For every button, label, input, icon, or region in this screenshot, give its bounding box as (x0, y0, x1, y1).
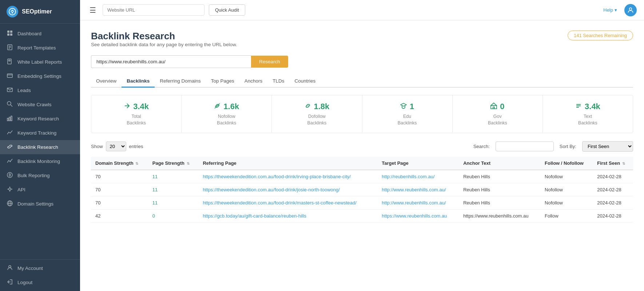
referring-page-cell[interactable]: https://theweekendedition.com.au/food-dr… (198, 183, 377, 196)
target-page-link[interactable]: http://reubenhills.com.au/ (382, 174, 434, 179)
url-input[interactable] (91, 55, 251, 68)
target-page-link[interactable]: http://www.reubenhills.com.au/ (382, 200, 446, 206)
stat-label: TotalBacklinks (97, 113, 175, 126)
tab-referring-domains[interactable]: Referring Domains (155, 75, 206, 88)
table-search-input[interactable] (496, 141, 554, 151)
stat-edu-backlinks: 1 EduBacklinks (362, 95, 453, 133)
sidebar-item-api[interactable]: API (0, 183, 80, 197)
svg-point-22 (9, 188, 11, 190)
target-page-link[interactable]: https://www.reubenhills.com.au (382, 213, 447, 219)
domain-strength-cell: 70 (91, 196, 148, 210)
referring-page-cell[interactable]: https://gcb.today/au/gift-card-balance/r… (198, 210, 377, 223)
sidebar-item-leads[interactable]: Leads (0, 83, 80, 97)
page-strength-cell[interactable]: 11 (148, 196, 199, 210)
tab-backlinks[interactable]: Backlinks (122, 75, 155, 88)
sidebar-item-dashboard[interactable]: Dashboard (0, 27, 80, 41)
research-button[interactable]: Research (251, 56, 288, 68)
report-templates-icon (7, 44, 13, 51)
target-page-cell[interactable]: http://www.reubenhills.com.au/ (377, 196, 459, 210)
page-subtitle: See detailed backlink data for any page … (91, 42, 237, 47)
api-icon (7, 186, 13, 193)
sidebar-item-white-label-reports[interactable]: White Label Reports (0, 55, 80, 69)
svg-marker-35 (491, 103, 497, 105)
target-page-cell[interactable]: http://www.reubenhills.com.au/ (377, 183, 459, 196)
leads-icon (7, 87, 13, 94)
sidebar-item-keyword-research[interactable]: Keyword Research (0, 112, 80, 126)
tab-top-pages[interactable]: Top Pages (206, 75, 239, 88)
sidebar-item-embedding-settings[interactable]: Embedding Settings (0, 69, 80, 83)
referring-page-link[interactable]: https://theweekendedition.com.au/food-dr… (203, 187, 340, 192)
svg-rect-17 (7, 118, 8, 121)
help-dropdown[interactable]: Help ▾ (603, 7, 617, 13)
page-strength-cell[interactable]: 11 (148, 183, 199, 196)
referring-page-cell[interactable]: https://theweekendedition.com.au/food-dr… (198, 170, 377, 183)
stat-label: DofollowBacklinks (278, 113, 356, 126)
page-strength-cell[interactable]: 0 (148, 210, 199, 223)
sidebar-item-label: White Label Reports (17, 59, 62, 65)
sidebar-item-my-account[interactable]: My Account (0, 261, 80, 275)
target-page-cell[interactable]: https://www.reubenhills.com.au (377, 210, 459, 223)
quick-audit-button[interactable]: Quick Audit (209, 4, 245, 16)
topbar-url-input[interactable] (103, 4, 204, 16)
show-entries-control: Show 102050100 entries (91, 141, 143, 151)
sidebar-item-label: Report Templates (17, 45, 56, 51)
sidebar-item-label: Backlink Research (17, 144, 58, 150)
col-anchor-text: Anchor Text (459, 157, 540, 170)
sidebar-item-logout[interactable]: Logout (0, 275, 80, 290)
sidebar-item-report-templates[interactable]: Report Templates (0, 41, 80, 55)
sidebar-item-label: Bulk Reporting (17, 173, 50, 178)
follow-cell: Follow (540, 210, 593, 223)
tab-countries[interactable]: Countries (289, 75, 321, 88)
search-label: Search: (473, 144, 490, 149)
sidebar-item-backlink-monitoring[interactable]: Backlink Monitoring (0, 154, 80, 168)
url-form: Research (91, 55, 633, 68)
target-page-link[interactable]: http://www.reubenhills.com.au/ (382, 187, 446, 192)
sidebar-item-bulk-reporting[interactable]: Bulk Reporting (0, 168, 80, 183)
page-strength-cell[interactable]: 11 (148, 170, 199, 183)
keyword-tracking-icon (7, 129, 13, 136)
entries-select[interactable]: 102050100 (106, 141, 126, 151)
svg-rect-19 (11, 116, 12, 121)
svg-point-30 (9, 266, 11, 268)
sidebar-item-backlink-research[interactable]: Backlink Research (0, 140, 80, 154)
col-page-strength[interactable]: Page Strength ⇅ (148, 157, 199, 170)
anchor-text-cell: Reuben Hills (459, 196, 540, 210)
svg-rect-5 (10, 33, 12, 36)
sidebar-item-label: Domain Settings (17, 201, 53, 207)
follow-cell: Nofollow (540, 170, 593, 183)
tab-overview[interactable]: Overview (91, 75, 122, 88)
referring-page-cell[interactable]: https://theweekendedition.com.au/food-dr… (198, 196, 377, 210)
sidebar-item-label: Keyword Research (17, 116, 59, 121)
sidebar-item-website-crawls[interactable]: Website Crawls (0, 97, 80, 112)
keyword-research-icon (7, 115, 13, 122)
table-row: 70 11 https://theweekendedition.com.au/f… (91, 196, 633, 210)
stat-nofollow-backlinks: 1.6k NofollowBacklinks (182, 95, 272, 133)
hamburger-icon[interactable]: ☰ (87, 4, 98, 16)
user-avatar[interactable] (624, 4, 637, 16)
logo-icon (7, 6, 18, 17)
col-target-page: Target Page (377, 157, 459, 170)
referring-page-link[interactable]: https://gcb.today/au/gift-card-balance/r… (203, 213, 306, 219)
backlink-research-icon (7, 144, 13, 151)
domain-settings-icon (7, 200, 13, 207)
sort-by-select[interactable]: First SeenDomain StrengthPage Strength (582, 141, 633, 152)
logo-area[interactable]: SEOptimer (0, 0, 80, 24)
col-domain-strength[interactable]: Domain Strength ⇅ (91, 157, 148, 170)
sidebar-item-label: Keyword Tracking (17, 130, 56, 136)
col-first-seen[interactable]: First Seen ⇅ (593, 157, 633, 170)
table-body: 70 11 https://theweekendedition.com.au/f… (91, 170, 633, 223)
svg-point-15 (7, 101, 11, 105)
target-page-cell[interactable]: http://reubenhills.com.au/ (377, 170, 459, 183)
svg-rect-12 (7, 74, 12, 77)
svg-point-20 (9, 161, 11, 162)
referring-page-link[interactable]: https://theweekendedition.com.au/food-dr… (203, 174, 351, 179)
tab-tlds[interactable]: TLDs (267, 75, 289, 88)
embedding-settings-icon (7, 73, 13, 80)
gov-backlinks-icon (490, 103, 497, 111)
tab-anchors[interactable]: Anchors (239, 75, 268, 88)
sidebar-item-keyword-tracking[interactable]: Keyword Tracking (0, 126, 80, 140)
referring-page-link[interactable]: https://theweekendedition.com.au/food-dr… (203, 200, 356, 206)
sidebar-item-domain-settings[interactable]: Domain Settings (0, 197, 80, 211)
brand-name: SEOptimer (22, 8, 52, 15)
text-backlinks-icon (575, 103, 582, 111)
